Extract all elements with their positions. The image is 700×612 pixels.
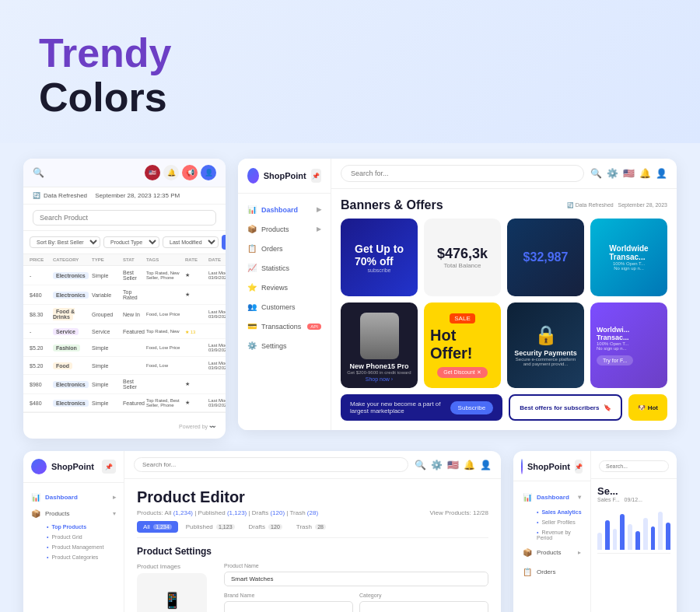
sales-orders-icon: 📋: [523, 568, 532, 576]
sales-sidebar-dashboard[interactable]: 📊 Dashboard ▾: [513, 488, 590, 507]
pe-user-icon[interactable]: 👤: [480, 460, 492, 470]
pe-meta-row: Products: All (1,234) | Published (1,123…: [137, 509, 488, 516]
user-icon-top[interactable]: 👤: [656, 168, 667, 179]
pe-bell-icon[interactable]: 🔔: [464, 460, 475, 470]
apply-button[interactable]: Apply ✓: [222, 235, 226, 250]
pin-icon[interactable]: 📌: [311, 169, 321, 183]
pe-brand-label: Brand Name: [224, 593, 353, 598]
discount-button[interactable]: Get Discount ✕: [437, 367, 487, 378]
type-select[interactable]: Product Type: [103, 236, 159, 248]
search-product-input[interactable]: [33, 210, 216, 226]
chart-bar-3: [613, 529, 618, 551]
flag-icon-top[interactable]: 🇺🇸: [623, 168, 635, 179]
table-row: $8.30 Food & Drinks Grouped New In Food,…: [23, 305, 226, 324]
sidebar-label-orders: Orders: [261, 245, 283, 253]
filter-row: Sort By: Best Seller Product Type Last M…: [23, 231, 226, 254]
pe-search-icon[interactable]: 🔍: [415, 460, 426, 470]
pe-flag-icon[interactable]: 🇺🇸: [447, 460, 459, 470]
banners-section: Banners & Offers 🔄 Data Refreshed Septem…: [331, 189, 677, 430]
subscribe-button[interactable]: Subscribe: [450, 401, 494, 414]
revenue-period-item[interactable]: •Revenue by Period: [529, 527, 590, 543]
dashboard-sidebar: ShopPoint 📌 📊 Dashboard ▶ 📦 Products ▶: [238, 159, 331, 430]
sidebar-item-statistics[interactable]: 📈 Statistics: [238, 258, 331, 278]
subscribe-text: subscribe: [368, 268, 391, 273]
pe-category-input[interactable]: [359, 601, 488, 612]
notification-icon[interactable]: 📢: [182, 165, 198, 180]
banner-offer-card[interactable]: Get Up to70% off subscribe: [341, 219, 418, 296]
sales-sidebar-submenu: •Sales Analytics •Seller Profiles •Reven…: [513, 507, 590, 543]
flag-icon[interactable]: 🇺🇸: [145, 165, 160, 180]
seller-profiles-item[interactable]: •Seller Profiles: [529, 517, 590, 527]
pe-dashboard-icon: 📊: [31, 493, 40, 502]
sidebar-item-dashboard[interactable]: 📊 Dashboard ▶: [238, 200, 331, 219]
table-row: $980 Electronics Simple Best Seller ★ ⋮: [23, 375, 226, 394]
pe-sidebar-products[interactable]: 📦 Products ▾: [23, 505, 124, 522]
table-panel: 🔍 🇺🇸 🔔 📢 👤 🔄 Data Refreshed September 28…: [23, 159, 226, 439]
footer-brand-text: Powered by 〰️: [179, 424, 216, 429]
security-desc: Secure e-commerce platform and payment p…: [513, 357, 578, 366]
try-button[interactable]: Try for F...: [597, 355, 633, 365]
bell-icon[interactable]: 🔔: [163, 165, 179, 180]
hero-title-line1: Trendy: [39, 31, 661, 75]
pe-tab-published[interactable]: Published 1,123: [180, 521, 241, 533]
pe-tab-trash[interactable]: Trash 28: [290, 521, 332, 533]
sort-select[interactable]: Sort By: Best Seller: [30, 236, 100, 248]
sidebar-item-products[interactable]: 📦 Products ▶: [238, 219, 331, 239]
sales-pin-icon[interactable]: 📌: [575, 460, 583, 474]
sales-sidebar-products[interactable]: 📦 Products ▸: [513, 543, 590, 562]
sidebar-item-reviews[interactable]: ⭐ Reviews: [238, 278, 331, 297]
bottom-banner-row: Make your new become a part of largest m…: [341, 394, 667, 421]
phone-link[interactable]: Shop now ›: [366, 376, 393, 382]
pe-settings-title: Product Settings: [137, 546, 488, 557]
sidebar-item-transactions[interactable]: 💳 Transactions API: [238, 316, 331, 336]
sidebar-item-customers[interactable]: 👥 Customers: [238, 297, 331, 316]
pe-meta: Products: All (1,234) | Published (1,123…: [137, 509, 318, 516]
sidebar-label-reviews: Reviews: [261, 284, 288, 292]
banners-grid-2: New Phone15 Pro Get $200-9600 in credit …: [341, 303, 667, 388]
chart-bar-10: [666, 523, 670, 551]
pe-submenu-product-grid[interactable]: •Product Grid: [39, 532, 124, 542]
main-search-input[interactable]: [341, 165, 584, 182]
pe-settings-icon[interactable]: ⚙️: [431, 460, 443, 470]
settings-icon-top[interactable]: ⚙️: [607, 168, 618, 179]
header-icons: 🇺🇸 🔔 📢 👤: [145, 165, 216, 180]
pe-tab-drafts[interactable]: Drafts 120: [243, 521, 289, 533]
pe-title: Product Editor: [137, 488, 488, 506]
search-icon-top[interactable]: 🔍: [590, 168, 602, 179]
product-editor-panel: ShopPoint 📌 📊 Dashboard ▸ 📦 Products ▾: [23, 451, 501, 612]
banner-hot-card: SALE Hot Offer! Get Discount ✕: [424, 303, 501, 388]
pe-search-input[interactable]: [134, 457, 408, 472]
pe-product-name-input[interactable]: [224, 572, 488, 586]
sales-topbar: [591, 451, 677, 479]
bell-icon-top[interactable]: 🔔: [639, 168, 651, 179]
pe-logo-text: ShopPoint: [51, 462, 94, 471]
pe-submenu-top-products[interactable]: •Top Products: [39, 522, 124, 532]
table-row: - Service Service Featured Top Rated, Ne…: [23, 324, 226, 339]
pe-pin-icon[interactable]: 📌: [102, 460, 116, 474]
user-avatar[interactable]: 👤: [201, 165, 216, 180]
col-price: PRICE: [30, 257, 53, 262]
main-topbar: 🔍 ⚙️ 🇺🇸 🔔 👤: [331, 159, 677, 189]
banner-worldwide-card: WorldwideTransac... 100% Open T... No si…: [590, 219, 667, 296]
product-editor-sidebar: ShopPoint 📌 📊 Dashboard ▸ 📦 Products ▾: [23, 451, 124, 612]
pe-submenu-product-categories[interactable]: •Product Categories: [39, 552, 124, 562]
table-panel-header: 🔍 🇺🇸 🔔 📢 👤: [23, 159, 226, 187]
modified-select[interactable]: Last Modified: [163, 236, 219, 248]
arrow-icon: 🔖: [604, 404, 611, 411]
table-row: - Electronics Simple Best Seller Top Rat…: [23, 266, 226, 285]
sidebar-label-settings: Settings: [261, 342, 287, 350]
sidebar-item-orders[interactable]: 📋 Orders: [238, 239, 331, 258]
sidebar-item-settings[interactable]: ⚙️ Settings: [238, 336, 331, 355]
sales-analytics-item[interactable]: •Sales Analytics: [529, 507, 590, 517]
pe-submenu-product-mgmt[interactable]: •Product Management: [39, 542, 124, 552]
banner-phone-card[interactable]: New Phone15 Pro Get $200-9600 in credit …: [341, 303, 418, 388]
phone-name: New Phone15 Pro: [349, 362, 408, 370]
customers-icon: 👥: [247, 303, 257, 311]
pe-tab-all[interactable]: All 1,234: [137, 521, 178, 533]
pe-brand-input[interactable]: [224, 601, 353, 612]
sales-sidebar-orders[interactable]: 📋 Orders: [513, 562, 590, 582]
col-category: CATEGORY: [53, 257, 92, 262]
pe-sidebar-dashboard[interactable]: 📊 Dashboard ▸: [23, 489, 124, 505]
sales-search-input[interactable]: [599, 460, 669, 472]
pe-sidebar-label-dashboard: Dashboard: [45, 494, 78, 501]
